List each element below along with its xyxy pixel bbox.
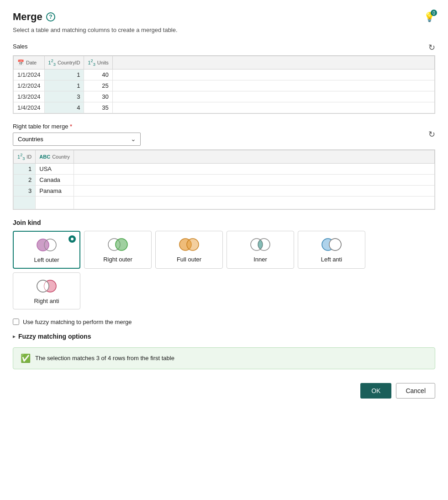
table-row: 2 Canada <box>14 174 435 185</box>
right-table-section: Right table for merge * Countries ⌄ ↻ <box>13 123 435 146</box>
title-area: Merge ? <box>13 11 55 23</box>
sales-col-units[interactable]: 123 Units <box>84 56 112 69</box>
lightbulb-badge: 0 <box>431 10 437 16</box>
join-label-left-outer: Left outer <box>34 256 59 263</box>
countries-col-empty <box>74 150 434 163</box>
join-label-right-anti: Right anti <box>34 298 59 304</box>
join-card-left-anti[interactable]: Left anti <box>298 231 365 269</box>
status-check-icon: ✅ <box>21 353 31 363</box>
fuzzy-options-row[interactable]: ▸ Fuzzy matching options <box>13 333 435 340</box>
join-radio-left-outer <box>69 235 76 243</box>
join-card-right-outer[interactable]: Right outer <box>84 231 152 269</box>
join-card-right-anti[interactable]: Right anti <box>13 272 80 309</box>
table-row: 1/1/2024 1 40 <box>14 69 435 80</box>
join-card-left-outer[interactable]: Left outer <box>13 231 80 269</box>
svg-point-4 <box>116 239 127 250</box>
countries-refresh-button[interactable]: ↻ <box>428 129 435 139</box>
sales-label: Sales <box>13 43 28 50</box>
table-row <box>14 196 435 209</box>
left-anti-icon <box>320 236 343 253</box>
sales-col-date[interactable]: 📅 Date <box>14 56 45 69</box>
cancel-button[interactable]: Cancel <box>396 383 435 399</box>
fuzzy-checkbox-label: Use fuzzy matching to perform the merge <box>23 319 132 325</box>
right-table-label: Right table for merge * <box>13 123 141 130</box>
full-outer-icon <box>177 236 201 253</box>
table-row: 1/2/2024 1 25 <box>14 80 435 91</box>
fuzzy-options-label: Fuzzy matching options <box>18 333 91 340</box>
sales-table-container: 📅 Date 123 CountryID 123 Units <box>13 55 435 114</box>
table-row: 3 Panama <box>14 185 435 196</box>
table-row: 1 USA <box>14 163 435 174</box>
right-anti-icon <box>35 277 58 295</box>
right-table-dropdown[interactable]: Countries <box>13 133 141 146</box>
right-table-dropdown-wrapper: Countries ⌄ <box>13 133 141 146</box>
subtitle: Select a table and matching columns to c… <box>13 27 435 33</box>
page-title: Merge <box>13 11 42 23</box>
ok-button[interactable]: OK <box>360 383 391 399</box>
join-card-inner[interactable]: Inner <box>227 231 294 269</box>
fuzzy-checkbox-row: Use fuzzy matching to perform the merge <box>13 319 435 325</box>
join-label-left-anti: Left anti <box>321 256 342 263</box>
sales-table: 📅 Date 123 CountryID 123 Units <box>13 56 435 113</box>
header-row: Merge ? 💡 0 <box>13 11 435 23</box>
sales-refresh-button[interactable]: ↻ <box>428 43 435 53</box>
sales-col-countryid[interactable]: 123 CountryID <box>44 56 84 69</box>
countries-col-id[interactable]: 123 ID <box>14 150 36 163</box>
status-message: The selection matches 3 of 4 rows from t… <box>35 355 174 362</box>
table-row: 1/4/2024 4 35 <box>14 102 435 113</box>
help-icon[interactable]: ? <box>46 12 55 21</box>
join-label-right-outer: Right outer <box>103 256 132 263</box>
sales-col-empty <box>112 56 434 69</box>
countries-col-country[interactable]: ABC Country <box>36 150 74 163</box>
inner-icon <box>248 236 272 253</box>
left-outer-icon <box>35 236 58 254</box>
lightbulb-button[interactable]: 💡 0 <box>424 11 435 22</box>
countries-table-container: 123 ID ABC Country 1 USA <box>13 149 435 210</box>
fuzzy-checkbox[interactable] <box>13 319 19 325</box>
right-outer-icon <box>106 236 130 253</box>
join-label-full-outer: Full outer <box>177 256 201 263</box>
status-banner: ✅ The selection matches 3 of 4 rows from… <box>13 347 435 369</box>
join-options: Left outer Right outer Full outer Inner <box>13 231 435 309</box>
join-label-inner: Inner <box>253 256 267 263</box>
svg-point-2 <box>37 239 49 251</box>
sales-section-header: Sales ↻ <box>13 43 435 53</box>
join-card-full-outer[interactable]: Full outer <box>155 231 223 269</box>
join-kind-label: Join kind <box>13 219 435 226</box>
table-row: 1/3/2024 3 30 <box>14 91 435 102</box>
required-star: * <box>70 123 72 130</box>
svg-point-6 <box>187 239 199 250</box>
countries-table: 123 ID ABC Country 1 USA <box>13 150 435 209</box>
fuzzy-chevron-icon: ▸ <box>13 333 16 340</box>
action-row: OK Cancel <box>13 383 435 399</box>
